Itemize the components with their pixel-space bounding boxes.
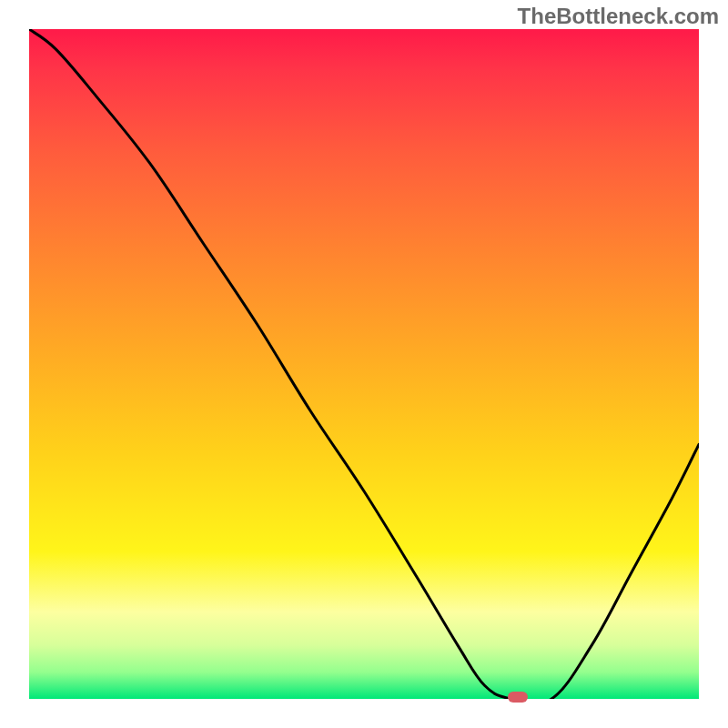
optimum-marker [508, 692, 528, 703]
chart-container: TheBottleneck.com [0, 0, 728, 728]
bottleneck-curve [29, 29, 699, 699]
watermark-text: TheBottleneck.com [518, 4, 719, 29]
plot-area [29, 29, 699, 699]
